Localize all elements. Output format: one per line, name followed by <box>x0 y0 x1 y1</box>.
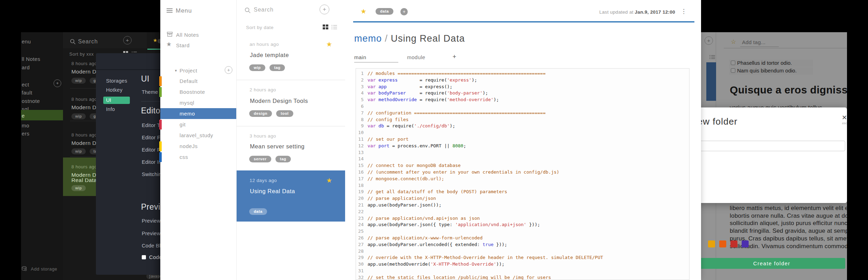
preferences-tab[interactable]: Hotkey <box>106 87 122 93</box>
code-line: 32// set the static files location /publ… <box>356 274 689 280</box>
tab-module[interactable]: module <box>407 54 425 60</box>
breadcrumb-folder[interactable]: memo <box>354 33 382 44</box>
star-icon[interactable]: ★ <box>360 7 366 15</box>
sidebar-item-clipped[interactable]: e <box>22 113 25 119</box>
add-folder-button[interactable]: + <box>54 79 61 87</box>
code-line: 6 <box>356 103 689 110</box>
color-swatch[interactable] <box>719 240 726 247</box>
add-snippet-tab-button[interactable]: + <box>453 53 456 61</box>
note-title-line2: Real Data <box>71 177 97 183</box>
star-icon[interactable]: ★ <box>153 37 158 43</box>
sidebar-item-selected[interactable] <box>21 110 63 120</box>
note-list-item[interactable]: 12 days ago★Using Real Datadata <box>237 170 345 222</box>
settings-item-clipped[interactable]: Editor Fo <box>142 135 160 140</box>
sidebar-item-nodeJs[interactable]: nodeJs <box>160 141 236 152</box>
add-folder-button[interactable]: + <box>225 66 232 74</box>
code-line: 19// get all data/stuff of the body (POS… <box>356 189 689 195</box>
sidebar-item-clipped[interactable]: mo <box>22 122 29 128</box>
note-tag: wip <box>71 113 86 119</box>
star-icon[interactable]: ★ <box>326 40 332 48</box>
code-line: 16// (uncomment after you enter in your … <box>356 169 689 176</box>
note-title: Using Real Data <box>250 188 295 195</box>
sidebar-item-git[interactable]: git <box>160 119 236 130</box>
close-icon[interactable]: ✕ <box>842 114 847 121</box>
add-storage-button[interactable]: Add storage <box>31 266 57 272</box>
project-section-label[interactable]: Project <box>180 68 197 74</box>
kebab-menu-icon[interactable]: ⋮ <box>681 8 686 15</box>
folder-name-input[interactable] <box>698 141 845 151</box>
sidebar-item-clipped[interactable]: ard <box>22 64 30 70</box>
new-note-button[interactable]: + <box>320 5 329 14</box>
code-line: 4var bodyParser = require('body-parser')… <box>356 90 689 97</box>
note-tag: design <box>249 110 272 117</box>
add-tag-button[interactable]: + <box>400 8 408 15</box>
note-tags: data <box>376 8 393 15</box>
color-swatch[interactable] <box>730 240 737 247</box>
sidebar-item-Boostnote[interactable]: Boostnote <box>160 86 236 97</box>
code-line: 2var express = require('express'); <box>356 77 689 84</box>
sidebar-item-memo[interactable]: memo <box>160 108 236 119</box>
sidebar-item-starred[interactable]: Stard <box>176 42 190 48</box>
grid-view-icon[interactable] <box>323 24 329 30</box>
sidebar-item-css[interactable]: css <box>160 152 236 162</box>
settings-item-clipped[interactable]: Editor Ind <box>142 159 160 165</box>
create-folder-button[interactable]: Create folder <box>698 258 845 269</box>
preferences-tab-selected[interactable]: UI <box>103 97 130 104</box>
dark-search-input[interactable]: Search <box>78 38 98 45</box>
sidebar-item-clipped[interactable]: ers <box>22 131 29 136</box>
section-divider <box>141 101 160 102</box>
code-line: 26// parse application/x-www-form-urlenc… <box>356 235 689 241</box>
star-icon[interactable]: ★ <box>326 176 332 184</box>
settings-item-clipped[interactable]: Preview F <box>142 231 160 236</box>
sort-selector[interactable]: Sort by date <box>246 25 274 30</box>
search-input[interactable]: Search <box>254 7 274 13</box>
settings-item-clipped[interactable]: Code B <box>149 254 160 260</box>
sidebar-item-clipped[interactable]: enu <box>22 38 31 44</box>
dark-new-note-button[interactable]: + <box>123 36 132 44</box>
settings-section-heading: UI <box>141 74 149 84</box>
main-window: Menu All Notes ★ Stard ▼ Project + Defau… <box>160 0 701 280</box>
note-list-item[interactable]: an hours ago★Jade templatewiptag <box>237 37 345 80</box>
sidebar-item-all-notes[interactable]: All Notes <box>176 32 199 38</box>
dark-sort-selector[interactable]: Sort by xxx <box>69 51 94 57</box>
preferences-tab[interactable]: Storages <box>106 78 127 84</box>
settings-item-clipped[interactable]: Code Blo <box>142 243 160 248</box>
settings-item-clipped[interactable]: Editor Fo <box>142 147 160 153</box>
last-updated-label: Last updated at <box>599 9 634 15</box>
sidebar-item-mysql[interactable]: mysql <box>160 97 236 108</box>
menu-label[interactable]: Menu <box>176 7 192 14</box>
checkbox[interactable] <box>142 255 146 259</box>
code-line: 1// modules ============================… <box>356 70 689 77</box>
folder-label: git <box>180 121 186 127</box>
sidebar-item-clipped[interactable]: ect <box>22 82 29 88</box>
active-tab-underline <box>354 62 398 63</box>
color-swatch[interactable] <box>742 240 749 247</box>
code-line: 12var port = process.env.PORT || 8080; <box>356 143 689 149</box>
tab-main[interactable]: main <box>354 54 366 60</box>
list-view-icon[interactable] <box>331 25 337 29</box>
code-line: 29// override with the X-HTTP-Method-Ove… <box>356 254 689 261</box>
code-editor[interactable]: 1// modules ============================… <box>356 68 690 280</box>
color-swatch[interactable] <box>708 240 715 247</box>
note-list-item[interactable]: 3 hours agoMean server settingservertag <box>237 126 345 170</box>
settings-item-clipped[interactable]: Editor Th <box>142 122 160 128</box>
note-tag: server <box>249 156 271 162</box>
sidebar-item-clipped[interactable]: fault <box>22 90 32 96</box>
preferences-tab[interactable]: Info <box>106 106 115 112</box>
sidebar-item-Default[interactable]: Default <box>160 76 236 86</box>
chevron-down-icon[interactable]: ▼ <box>174 69 177 72</box>
note-list-item[interactable]: 2 hours agoModern Design Toolsdesigntool <box>237 80 345 126</box>
note-tag: data <box>249 208 267 215</box>
code-line: 23// parse application/vnd.api+json as j… <box>356 215 689 222</box>
settings-item-clipped[interactable]: Switching <box>142 172 160 177</box>
hamburger-icon[interactable] <box>167 8 173 13</box>
settings-item-clipped[interactable]: Preview F <box>142 218 160 224</box>
note-tag[interactable]: data <box>376 8 393 15</box>
settings-item-clipped[interactable]: Theme <box>142 89 158 95</box>
sidebar-item-clipped[interactable]: ostnote <box>22 98 40 104</box>
note-date: 8 hours ago <box>71 97 97 102</box>
sidebar-item-laravel_study[interactable]: laravel_study <box>160 130 236 141</box>
settings-section-heading: Editor <box>141 106 160 115</box>
sidebar-item-clipped[interactable]: ll Notes <box>22 56 40 62</box>
search-icon <box>70 39 76 44</box>
